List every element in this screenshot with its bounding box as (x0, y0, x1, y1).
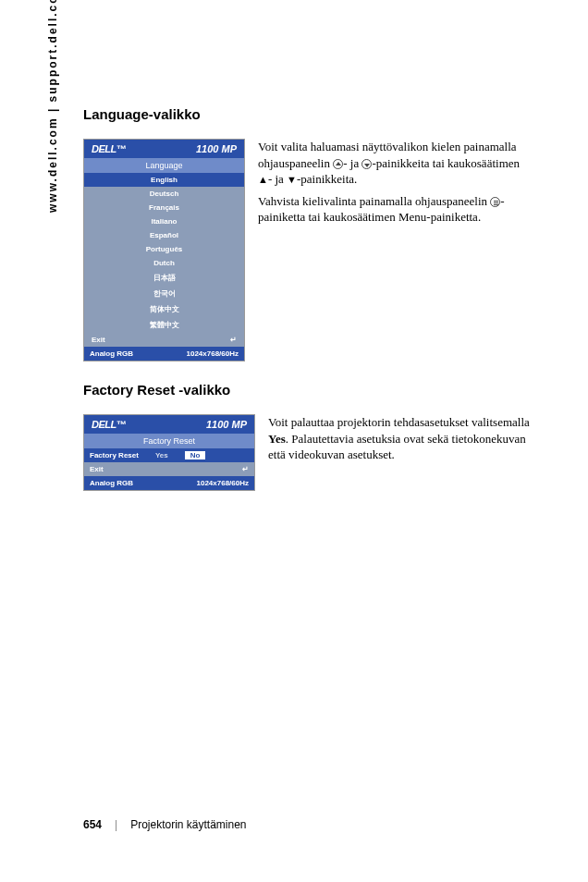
text: Voit palauttaa projektorin tehdasasetuks… (268, 415, 530, 429)
exit-label: Exit (92, 336, 105, 344)
heading-factory-reset: Factory Reset -valikko (83, 382, 536, 398)
menu-item: Deutsch (84, 187, 244, 201)
menu-button-icon (490, 197, 500, 207)
chapter-title: Projektorin käyttäminen (130, 818, 246, 831)
text: . Palautettavia asetuksia ovat sekä tiet… (268, 432, 526, 462)
dell-logo: DELL™ (92, 419, 126, 430)
return-icon: ↵ (230, 336, 237, 344)
language-menu-screenshot: DELL™ 1100 MP Language English Deutsch F… (83, 139, 245, 361)
menu-item: 日本語 (84, 270, 244, 286)
model-label: 1100 MP (196, 143, 237, 154)
dell-logo: DELL™ (92, 143, 126, 154)
menu-item: Italiano (84, 214, 244, 228)
menu-item: 한국어 (84, 286, 244, 301)
menu-body: English Deutsch Français Italiano Españo… (84, 173, 244, 347)
model-label: 1100 MP (206, 419, 247, 430)
page-content: Language-valikko DELL™ 1100 MP Language … (83, 106, 536, 511)
resolution-label: 1024x768/60Hz (197, 479, 250, 487)
language-description: Voit valita haluamasi näyttövalikon kiel… (258, 139, 536, 231)
resolution-label: 1024x768/60Hz (187, 349, 239, 358)
return-icon: ↵ (242, 465, 249, 473)
sidebar-url: www.dell.com | support.dell.com (46, 0, 59, 213)
down-button-icon (361, 159, 372, 169)
factory-reset-row: Factory Reset Yes No (84, 448, 254, 462)
menu-footer: Analog RGB 1024x768/60Hz (84, 476, 254, 490)
text: -painikkeita. (297, 172, 357, 186)
menu-item: Português (84, 242, 244, 256)
menu-exit: Exit ↵ (84, 462, 254, 476)
text: -painikkeita tai kaukosäätimen (372, 156, 520, 170)
menu-item: Français (84, 201, 244, 214)
option-yes: Yes (155, 451, 168, 459)
menu-item: 繁體中文 (84, 317, 244, 333)
menu-item: 简体中文 (84, 301, 244, 317)
row-label: Factory Reset (90, 451, 139, 459)
factory-reset-menu-screenshot: DELL™ 1100 MP Factory Reset Factory Rese… (83, 414, 255, 491)
menu-item: Español (84, 228, 244, 242)
menu-header: DELL™ 1100 MP (84, 415, 254, 434)
page-number: 654 (83, 818, 102, 831)
section-factory-reset: DELL™ 1100 MP Factory Reset Factory Rese… (83, 414, 536, 491)
text: - ja (343, 156, 361, 170)
menu-item: Dutch (84, 256, 244, 270)
menu-item: English (84, 173, 244, 187)
yes-bold: Yes (268, 432, 286, 446)
menu-header: DELL™ 1100 MP (84, 140, 244, 158)
footer-divider: | (115, 818, 117, 831)
text: - ja (268, 172, 287, 186)
factory-reset-description: Voit palauttaa projektorin tehdasasetuks… (268, 414, 536, 469)
heading-language: Language-valikko (83, 106, 536, 122)
page-footer: 654 | Projektorin käyttäminen (83, 818, 247, 831)
menu-footer: Analog RGB 1024x768/60Hz (84, 347, 244, 361)
up-button-icon (333, 159, 343, 169)
signal-label: Analog RGB (90, 349, 133, 358)
option-no: No (185, 451, 206, 459)
signal-label: Analog RGB (90, 479, 133, 487)
menu-exit: Exit ↵ (84, 333, 244, 347)
menu-title: Language (84, 158, 244, 173)
section-language: DELL™ 1100 MP Language English Deutsch F… (83, 139, 536, 361)
up-triangle-icon: ▲ (258, 174, 268, 185)
down-triangle-icon: ▼ (287, 174, 297, 185)
menu-title: Factory Reset (84, 434, 254, 448)
exit-label: Exit (90, 465, 104, 473)
text: Vahvista kielivalinta painamalla ohjausp… (258, 194, 490, 208)
